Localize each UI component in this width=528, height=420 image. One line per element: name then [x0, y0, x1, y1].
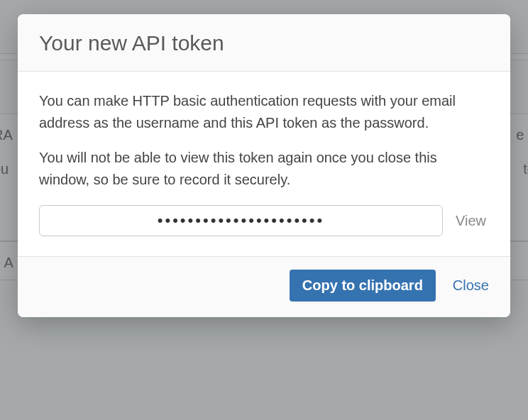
api-token-modal: Your new API token You can make HTTP bas… [18, 14, 510, 317]
view-token-link[interactable]: View [456, 213, 489, 229]
modal-footer: Copy to clipboard Close [18, 256, 510, 317]
modal-title: Your new API token [39, 31, 489, 55]
modal-body: You can make HTTP basic authentication r… [18, 72, 510, 256]
copy-to-clipboard-button[interactable]: Copy to clipboard [290, 270, 436, 302]
close-modal-link[interactable]: Close [453, 277, 489, 294]
token-row: •••••••••••••••••••••• View [39, 205, 489, 236]
modal-description-1: You can make HTTP basic authentication r… [39, 90, 489, 134]
modal-header: Your new API token [18, 14, 510, 72]
api-token-field[interactable]: •••••••••••••••••••••• [39, 205, 443, 236]
modal-description-2: You will not be able to view this token … [39, 147, 489, 191]
